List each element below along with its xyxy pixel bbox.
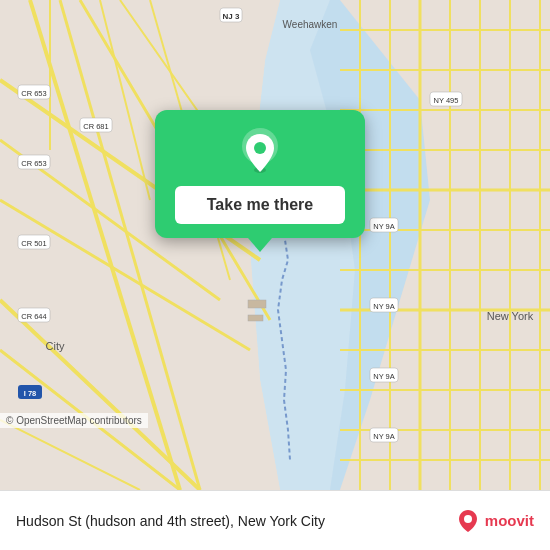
svg-rect-66 (248, 315, 263, 321)
take-me-there-button[interactable]: Take me there (175, 186, 345, 224)
bottom-bar: Hudson St (hudson and 4th street), New Y… (0, 490, 550, 550)
svg-rect-65 (248, 300, 266, 308)
svg-text:I 78: I 78 (24, 389, 37, 398)
svg-text:NY 9A: NY 9A (373, 372, 395, 381)
moovit-pin-icon (455, 508, 481, 534)
svg-text:NY 9A: NY 9A (373, 302, 395, 311)
svg-text:Weehawken: Weehawken (283, 19, 338, 30)
map-attribution: © OpenStreetMap contributors (0, 413, 148, 428)
svg-text:CR 681: CR 681 (83, 122, 108, 131)
svg-text:CR 653: CR 653 (21, 89, 46, 98)
location-pin-icon (236, 128, 284, 176)
svg-text:City: City (46, 340, 65, 352)
popup-card: Take me there (155, 110, 365, 238)
location-text: Hudson St (hudson and 4th street), New Y… (16, 513, 455, 529)
svg-text:NY 9A: NY 9A (373, 432, 395, 441)
moovit-brand-name: moovit (485, 512, 534, 529)
svg-text:NY 495: NY 495 (434, 96, 459, 105)
svg-text:New York: New York (487, 310, 534, 322)
svg-text:CR 501: CR 501 (21, 239, 46, 248)
svg-text:CR 644: CR 644 (21, 312, 46, 321)
svg-point-69 (254, 142, 266, 154)
svg-text:NJ 3: NJ 3 (223, 12, 240, 21)
svg-point-70 (464, 515, 472, 523)
svg-text:NY 9A: NY 9A (373, 222, 395, 231)
map-container: NJ 3 CR 653 CR 653 CR 681 CR 501 CR 644 … (0, 0, 550, 490)
svg-text:CR 653: CR 653 (21, 159, 46, 168)
svg-marker-4 (0, 250, 280, 490)
moovit-logo: moovit (455, 508, 534, 534)
